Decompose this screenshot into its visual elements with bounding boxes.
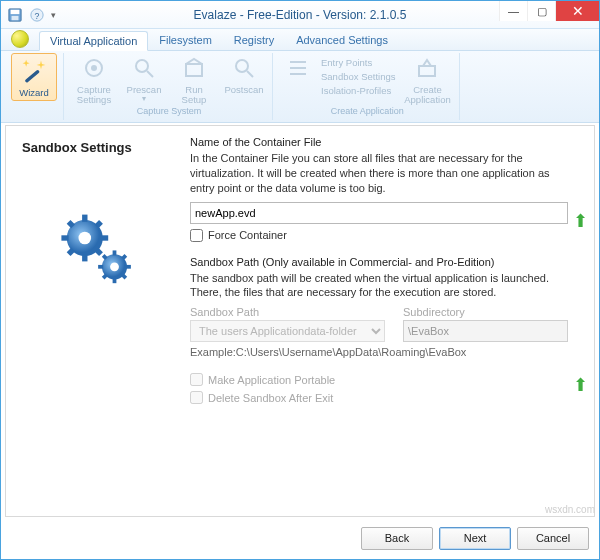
- tab-filesystem[interactable]: Filesystem: [148, 30, 223, 50]
- titlebar: ? ▾ Evalaze - Free-Edition - Version: 2.…: [1, 1, 599, 29]
- delete-after-exit-checkbox: [190, 391, 203, 404]
- ribbon: Wizard Capture Settings Prescan ▾ Run Se: [1, 51, 599, 123]
- create-application-button: Create Application: [401, 53, 453, 105]
- next-button[interactable]: Next: [439, 527, 511, 550]
- sandbox-title: Sandbox Path (Only available in Commerci…: [190, 256, 568, 268]
- delete-after-exit-label: Delete Sandbox After Exit: [208, 392, 333, 404]
- ribbon-tabs: Virtual Application Filesystem Registry …: [1, 29, 599, 51]
- svg-line-28: [69, 222, 74, 227]
- help-icon[interactable]: ?: [29, 7, 45, 23]
- watermark: wsxdn.com: [545, 504, 595, 515]
- create-application-label: Create Application: [404, 85, 450, 105]
- svg-line-36: [103, 275, 106, 278]
- svg-line-27: [97, 250, 102, 255]
- ribbon-group-capture: Capture Settings Prescan ▾ Run Setup Pos…: [66, 53, 273, 120]
- svg-line-25: [97, 222, 102, 227]
- postscan-button: Postscan: [222, 53, 266, 95]
- qat-dropdown-icon[interactable]: ▾: [51, 10, 61, 20]
- svg-point-20: [79, 232, 92, 245]
- quick-access-toolbar: ? ▾: [7, 7, 61, 23]
- delete-after-exit-row: Delete Sandbox After Exit: [190, 391, 568, 404]
- tab-registry[interactable]: Registry: [223, 30, 285, 50]
- svg-rect-1: [11, 9, 20, 13]
- svg-line-37: [123, 275, 126, 278]
- content-panel: Sandbox Settings Name of the Container F…: [5, 125, 595, 517]
- tab-advanced-settings[interactable]: Advanced Settings: [285, 30, 399, 50]
- ribbon-group-wizard: Wizard: [5, 53, 64, 120]
- svg-point-9: [91, 65, 97, 71]
- svg-rect-12: [186, 64, 202, 76]
- search-icon: [229, 53, 259, 83]
- tab-virtual-application[interactable]: Virtual Application: [39, 31, 148, 51]
- sandbox-path-select: The users Applicationdata-folder: [190, 320, 385, 342]
- minimize-button[interactable]: —: [499, 1, 527, 21]
- capture-settings-button: Capture Settings: [72, 53, 116, 105]
- isolation-profiles-label: Isolation-Profiles: [321, 84, 395, 98]
- force-container-checkbox[interactable]: [190, 229, 203, 242]
- cancel-button[interactable]: Cancel: [517, 527, 589, 550]
- arrow-up-icon[interactable]: ⬆: [573, 210, 588, 232]
- prescan-button: Prescan ▾: [122, 53, 166, 103]
- svg-line-26: [69, 250, 74, 255]
- svg-line-11: [147, 71, 153, 77]
- entry-points-label: Entry Points: [321, 56, 395, 70]
- svg-line-35: [123, 255, 126, 258]
- subdirectory-input: [403, 320, 568, 342]
- container-desc: In the Container File you can store all …: [190, 151, 568, 196]
- app-ball-icon: [11, 30, 29, 48]
- maximize-button[interactable]: ▢: [527, 1, 555, 21]
- subdirectory-label: Subdirectory: [403, 306, 568, 318]
- svg-line-38: [103, 255, 106, 258]
- group-label-create: Create Application: [331, 106, 404, 116]
- run-setup-button: Run Setup: [172, 53, 216, 105]
- run-setup-label: Run Setup: [182, 85, 207, 105]
- svg-rect-18: [419, 66, 435, 76]
- svg-marker-6: [37, 61, 46, 70]
- capture-settings-label: Capture Settings: [77, 85, 111, 105]
- gears-icon: [56, 211, 146, 305]
- app-window: ? ▾ Evalaze - Free-Edition - Version: 2.…: [0, 0, 600, 560]
- box-icon: [179, 53, 209, 83]
- close-button[interactable]: ✕: [555, 1, 599, 21]
- arrow-up-icon[interactable]: ⬆: [573, 374, 588, 396]
- wizard-button[interactable]: Wizard: [11, 53, 57, 101]
- svg-line-14: [247, 71, 253, 77]
- search-icon: [129, 53, 159, 83]
- force-container-label: Force Container: [208, 229, 287, 241]
- left-column: Sandbox Settings: [6, 126, 186, 516]
- group-label-capture: Capture System: [137, 106, 202, 116]
- group-label-wizard: [33, 106, 36, 116]
- sandbox-settings-label: Sandbox Settings: [321, 70, 395, 84]
- container-file-input[interactable]: [190, 202, 568, 224]
- window-controls: — ▢ ✕: [499, 1, 599, 21]
- force-container-row[interactable]: Force Container: [190, 229, 568, 242]
- wizard-label: Wizard: [19, 88, 49, 98]
- gear-icon: [79, 53, 109, 83]
- list-icon: [283, 53, 313, 83]
- svg-marker-7: [23, 60, 30, 67]
- make-portable-label: Make Application Portable: [208, 374, 335, 386]
- make-portable-row: Make Application Portable: [190, 373, 568, 386]
- create-settings-button: [281, 53, 315, 85]
- ribbon-group-create: Entry Points Sandbox Settings Isolation-…: [275, 53, 460, 120]
- sandbox-desc: The sandbox path will be created when th…: [190, 271, 568, 301]
- example-text: Example:C:\Users\Username\AppData\Roamin…: [190, 346, 568, 358]
- export-icon: [412, 53, 442, 83]
- svg-point-10: [136, 60, 148, 72]
- svg-rect-5: [24, 69, 40, 83]
- postscan-label: Postscan: [224, 85, 263, 95]
- svg-text:?: ?: [35, 10, 40, 20]
- sandbox-path-row: Sandbox Path The users Applicationdata-f…: [190, 306, 568, 342]
- footer-buttons: Back Next Cancel: [361, 521, 589, 555]
- svg-point-30: [110, 262, 119, 271]
- svg-point-13: [236, 60, 248, 72]
- svg-rect-2: [12, 15, 19, 19]
- sandbox-path-label: Sandbox Path: [190, 306, 385, 318]
- right-column: Name of the Container File In the Contai…: [186, 126, 594, 516]
- container-title: Name of the Container File: [190, 136, 568, 148]
- app-menu-button[interactable]: [1, 28, 39, 50]
- back-button[interactable]: Back: [361, 527, 433, 550]
- save-icon[interactable]: [7, 7, 23, 23]
- page-heading: Sandbox Settings: [22, 140, 176, 155]
- wand-icon: [19, 56, 49, 86]
